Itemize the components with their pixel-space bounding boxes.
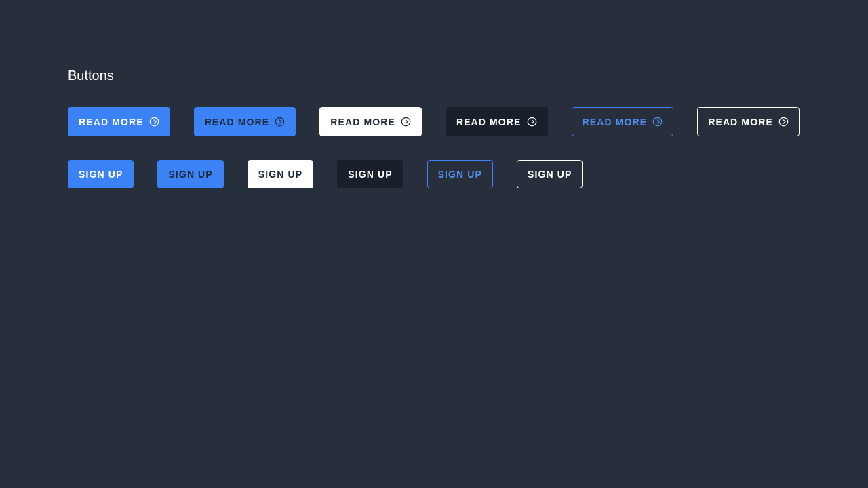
svg-point-2 xyxy=(401,117,410,126)
arrow-right-circle-icon xyxy=(401,117,411,127)
button-label: Read More xyxy=(79,117,144,127)
arrow-right-circle-icon xyxy=(778,117,789,127)
button-label: Read More xyxy=(330,117,395,127)
read-more-button-primary[interactable]: Read More xyxy=(68,107,170,136)
arrow-right-circle-icon xyxy=(527,117,537,127)
sign-up-button-dark[interactable]: Sign Up xyxy=(337,160,403,188)
svg-point-5 xyxy=(779,117,788,126)
read-more-button-white[interactable]: Read More xyxy=(319,107,422,136)
svg-point-1 xyxy=(276,117,285,126)
section-title: Buttons xyxy=(68,68,800,83)
button-label: Sign Up xyxy=(168,169,212,179)
arrow-right-circle-icon xyxy=(149,117,159,127)
button-row-readmore: Read More Read More Read More Read More … xyxy=(68,107,800,136)
button-label: Sign Up xyxy=(528,169,572,179)
button-label: Sign Up xyxy=(348,169,392,179)
sign-up-button-outline-white[interactable]: Sign Up xyxy=(517,160,583,188)
sign-up-button-primary-dark[interactable]: Sign Up xyxy=(157,160,223,188)
read-more-button-outline-white[interactable]: Read More xyxy=(697,107,800,136)
button-label: Sign Up xyxy=(438,169,482,179)
svg-point-0 xyxy=(150,117,159,126)
read-more-button-dark[interactable]: Read More xyxy=(446,107,548,136)
sign-up-button-outline-blue[interactable]: Sign Up xyxy=(427,160,493,188)
sign-up-button-white[interactable]: Sign Up xyxy=(248,160,313,188)
button-label: Sign Up xyxy=(79,169,123,179)
arrow-right-circle-icon xyxy=(652,117,663,127)
button-label: Read More xyxy=(456,117,521,127)
svg-point-4 xyxy=(653,117,662,126)
arrow-right-circle-icon xyxy=(275,117,285,127)
button-label: Sign Up xyxy=(258,169,302,179)
svg-point-3 xyxy=(528,117,536,126)
read-more-button-outline-blue[interactable]: Read More xyxy=(572,107,674,136)
button-label: Read More xyxy=(708,117,773,127)
sign-up-button-primary[interactable]: Sign Up xyxy=(68,160,134,188)
read-more-button-primary-dark[interactable]: Read More xyxy=(194,107,296,136)
button-row-signup: Sign Up Sign Up Sign Up Sign Up Sign Up … xyxy=(68,160,800,188)
button-label: Read More xyxy=(583,117,648,127)
button-label: Read More xyxy=(205,117,270,127)
